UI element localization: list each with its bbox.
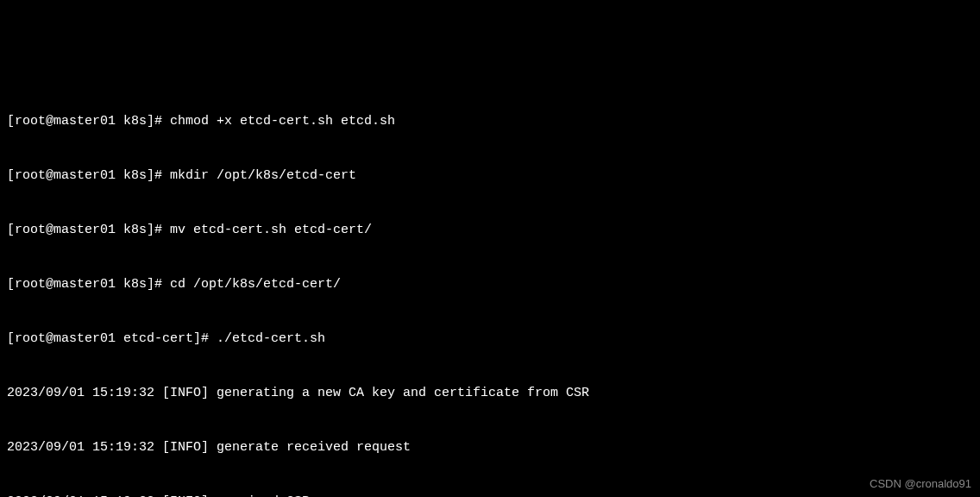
watermark-text: CSDN @cronaldo91 <box>870 476 971 492</box>
terminal-line: [root@master01 k8s]# cd /opt/k8s/etcd-ce… <box>7 275 973 293</box>
terminal-line: [root@master01 k8s]# mv etcd-cert.sh etc… <box>7 221 973 239</box>
terminal-output[interactable]: [root@master01 k8s]# chmod +x etcd-cert.… <box>7 76 973 497</box>
terminal-line: 2023/09/01 15:19:32 [INFO] generate rece… <box>7 438 973 456</box>
terminal-line: [root@master01 etcd-cert]# ./etcd-cert.s… <box>7 330 973 348</box>
terminal-line: 2023/09/01 15:19:32 [INFO] generating a … <box>7 384 973 402</box>
terminal-line: [root@master01 k8s]# mkdir /opt/k8s/etcd… <box>7 167 973 185</box>
terminal-line: [root@master01 k8s]# chmod +x etcd-cert.… <box>7 112 973 130</box>
terminal-line: 2023/09/01 15:19:32 [INFO] received CSR <box>7 493 973 497</box>
